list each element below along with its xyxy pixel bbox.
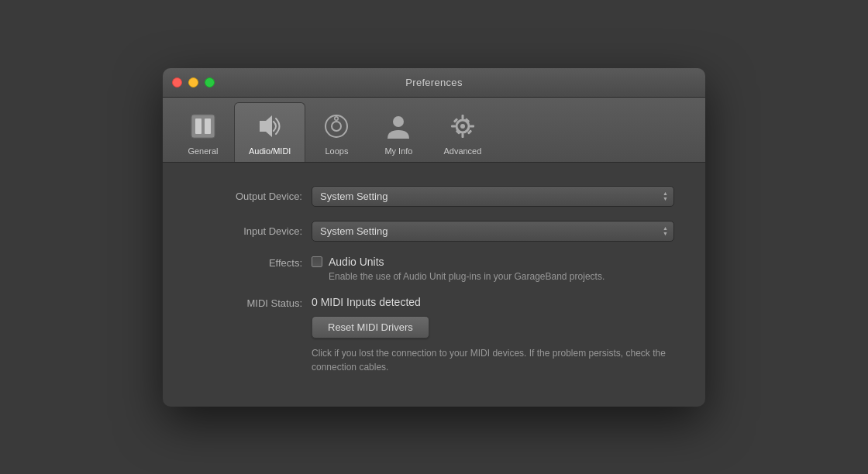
- svg-rect-12: [461, 133, 463, 138]
- tab-my-info[interactable]: My Info: [367, 103, 429, 162]
- tab-loops-label: Loops: [325, 146, 348, 156]
- reset-midi-button[interactable]: Reset MIDI Drivers: [312, 316, 429, 338]
- output-device-control: System Setting Built-in Output Headphone…: [312, 186, 674, 207]
- effects-top: Audio Units: [312, 256, 674, 268]
- preferences-window: Preferences General: [163, 68, 705, 407]
- audio-units-description: Enable the use of Audio Unit plug-ins in…: [329, 271, 674, 282]
- midi-status-row: MIDI Status: 0 MIDI Inputs detected Rese…: [194, 296, 674, 374]
- svg-point-8: [393, 116, 404, 127]
- input-device-select-wrapper: System Setting Built-in Microphone No In…: [312, 221, 674, 242]
- tab-general-label: General: [188, 146, 218, 156]
- audio-midi-icon: [253, 109, 287, 143]
- midi-status-value: 0 MIDI Inputs detected: [312, 296, 674, 308]
- close-button[interactable]: [172, 77, 182, 88]
- midi-content: 0 MIDI Inputs detected Reset MIDI Driver…: [312, 296, 674, 374]
- svg-rect-14: [470, 125, 474, 127]
- input-device-label: Input Device:: [194, 225, 302, 237]
- tab-my-info-label: My Info: [384, 146, 412, 156]
- svg-rect-13: [451, 125, 456, 127]
- audio-units-checkbox[interactable]: [312, 256, 322, 267]
- tab-audio-midi[interactable]: Audio/MIDI: [234, 102, 305, 162]
- effects-content: Audio Units Enable the use of Audio Unit…: [312, 256, 674, 282]
- midi-status-label: MIDI Status:: [194, 296, 302, 309]
- audio-units-label: Audio Units: [329, 256, 384, 268]
- effects-row: Effects: Audio Units Enable the use of A…: [194, 256, 674, 282]
- output-device-label: Output Device:: [194, 191, 302, 202]
- title-bar: Preferences: [163, 68, 705, 98]
- output-device-row: Output Device: System Setting Built-in O…: [194, 186, 674, 207]
- input-device-select[interactable]: System Setting Built-in Microphone No In…: [312, 221, 674, 242]
- input-device-row: Input Device: System Setting Built-in Mi…: [194, 221, 674, 242]
- window-title: Preferences: [405, 77, 462, 88]
- toolbar: General Audio/MIDI: [163, 98, 705, 163]
- svg-rect-0: [191, 115, 215, 138]
- svg-rect-11: [461, 115, 463, 119]
- tab-advanced-label: Advanced: [443, 146, 481, 156]
- general-icon: [186, 109, 220, 143]
- midi-description: Click if you lost the connection to your…: [312, 346, 674, 374]
- loops-icon: [319, 109, 353, 143]
- tab-advanced[interactable]: Advanced: [429, 103, 495, 162]
- effects-label: Effects:: [194, 256, 302, 269]
- my-info-icon: [381, 109, 415, 143]
- minimize-button[interactable]: [188, 77, 198, 88]
- input-device-control: System Setting Built-in Microphone No In…: [312, 221, 674, 242]
- window-controls: [172, 77, 215, 88]
- svg-rect-2: [205, 118, 211, 134]
- svg-rect-1: [195, 118, 202, 134]
- tab-loops[interactable]: Loops: [305, 103, 367, 162]
- svg-point-7: [336, 117, 338, 119]
- output-device-select[interactable]: System Setting Built-in Output Headphone…: [312, 186, 674, 207]
- svg-marker-3: [260, 115, 272, 137]
- content-area: Output Device: System Setting Built-in O…: [163, 163, 705, 407]
- tab-general[interactable]: General: [172, 103, 234, 162]
- maximize-button[interactable]: [205, 77, 215, 88]
- output-device-select-wrapper: System Setting Built-in Output Headphone…: [312, 186, 674, 207]
- svg-point-5: [332, 122, 341, 131]
- svg-point-10: [460, 124, 465, 129]
- tab-audio-midi-label: Audio/MIDI: [249, 146, 291, 156]
- advanced-icon: [446, 109, 480, 143]
